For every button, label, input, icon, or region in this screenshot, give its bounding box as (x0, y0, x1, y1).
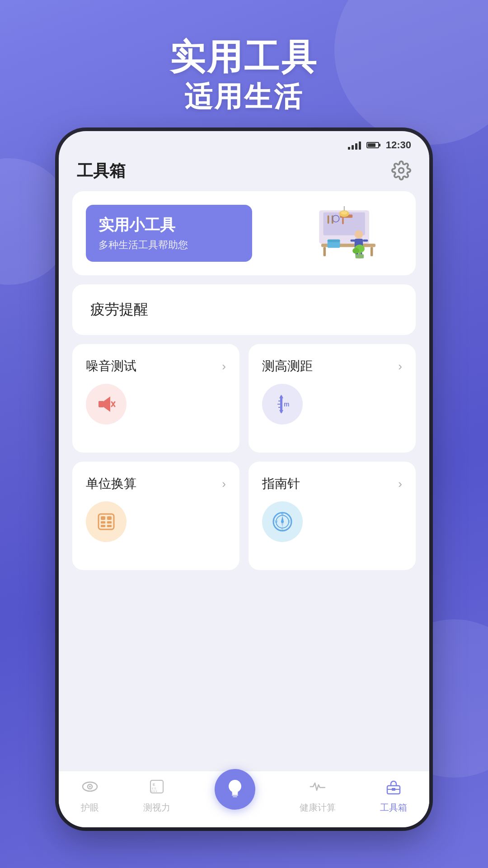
compass-icon-circle: N S E W (262, 501, 303, 542)
unit-convert-icon-circle (86, 501, 127, 542)
svg-text:N: N (281, 512, 283, 515)
settings-button[interactable] (391, 160, 411, 182)
nav-toolbox[interactable]: 工具箱 (380, 778, 407, 814)
svg-point-14 (355, 231, 363, 239)
noise-test-header: 噪音测试 › (86, 358, 226, 375)
nav-health-calc[interactable]: 健康计算 (300, 778, 336, 814)
svg-text:W: W (275, 520, 278, 523)
app-header: 工具箱 (59, 156, 429, 191)
svg-marker-33 (279, 410, 283, 414)
heartbeat-icon (310, 778, 326, 799)
measure-icon: m (271, 393, 294, 415)
svg-rect-26 (356, 254, 364, 258)
compass-arrow: › (398, 477, 402, 491)
nav-eye-care[interactable]: 护眼 (81, 778, 99, 814)
svg-rect-21 (328, 240, 340, 242)
banner-sub-text: 多种生活工具帮助您 (99, 238, 239, 252)
bulb-icon (224, 776, 246, 803)
tools-grid-row1: 噪音测试 › 测高测距 (72, 344, 416, 453)
battery-icon (366, 142, 380, 148)
svg-rect-16 (351, 240, 356, 242)
svg-rect-17 (363, 240, 368, 242)
svg-text:E: E (288, 520, 291, 523)
eye-chart-icon: E E E E E E (149, 778, 165, 799)
nav-eye-care-label: 护眼 (81, 802, 99, 814)
signal-icon (348, 141, 361, 150)
unit-convert-arrow: › (222, 477, 226, 491)
header-title-line2: 适用生活 (170, 79, 318, 115)
svg-rect-42 (107, 521, 112, 524)
nav-vision-test-label: 测视力 (143, 802, 170, 814)
svg-rect-7 (342, 218, 344, 224)
compass-card[interactable]: 指南针 › N S E (249, 462, 416, 570)
tools-grid-row2: 单位换算 › (72, 462, 416, 570)
svg-rect-65 (392, 788, 395, 791)
gear-icon (391, 160, 411, 180)
svg-marker-28 (104, 396, 110, 412)
header-title-line1: 实用工具 (170, 36, 318, 79)
banner-illustration (261, 206, 402, 260)
header-section: 实用工具 适用生活 (170, 36, 318, 115)
banner-main-text: 实用小工具 (99, 215, 239, 235)
nav-vision-test[interactable]: E E E E E E 测视力 (143, 778, 170, 814)
svg-rect-61 (232, 794, 238, 796)
app-title: 工具箱 (77, 160, 126, 182)
content-area: 实用小工具 多种生活工具帮助您 (59, 191, 429, 771)
svg-rect-62 (233, 796, 237, 797)
svg-text:E: E (153, 783, 155, 787)
height-measure-arrow: › (398, 359, 402, 373)
svg-rect-13 (371, 247, 373, 256)
fatigue-card[interactable]: 疲劳提醒 (72, 284, 416, 335)
svg-rect-39 (101, 516, 105, 520)
svg-text:S: S (281, 528, 283, 531)
height-measure-card[interactable]: 测高测距 › m (249, 344, 416, 453)
height-measure-header: 测高测距 › (262, 358, 402, 375)
svg-marker-32 (279, 395, 283, 398)
unit-convert-name: 单位换算 (86, 475, 136, 492)
calculator-icon (95, 510, 117, 533)
unit-convert-header: 单位换算 › (86, 475, 226, 492)
height-measure-icon-circle: m (262, 384, 303, 425)
svg-rect-3 (328, 215, 329, 223)
svg-point-49 (281, 520, 284, 523)
nav-center-button[interactable] (215, 769, 255, 810)
svg-rect-27 (99, 401, 104, 407)
svg-rect-40 (107, 516, 112, 520)
height-measure-name: 测高测距 (262, 358, 313, 375)
nav-toolbox-label: 工具箱 (380, 802, 407, 814)
bottom-nav: 护眼 E E E E E E 测视力 (59, 771, 429, 827)
bg-decoration-top (334, 0, 488, 145)
compass-icon: N S E W (271, 510, 294, 533)
svg-point-24 (352, 248, 359, 254)
svg-rect-41 (101, 521, 105, 524)
svg-rect-12 (324, 247, 326, 256)
noise-test-arrow: › (222, 359, 226, 373)
banner-card[interactable]: 实用小工具 多种生活工具帮助您 (72, 191, 416, 275)
status-bar: 12:30 (59, 131, 429, 156)
noise-test-icon-circle (86, 384, 127, 425)
svg-rect-43 (101, 525, 105, 527)
speaker-icon (95, 393, 117, 415)
toolbox-icon (385, 778, 402, 799)
banner-text-block: 实用小工具 多种生活工具帮助您 (86, 205, 252, 262)
noise-test-name: 噪音测试 (86, 358, 136, 375)
svg-point-10 (341, 211, 347, 214)
svg-text:E E E: E E E (151, 790, 157, 793)
compass-name: 指南针 (262, 475, 300, 492)
nav-health-calc-label: 健康计算 (300, 802, 336, 814)
status-time: 12:30 (386, 139, 411, 151)
eye-icon (82, 778, 98, 799)
phone-frame: 12:30 工具箱 实用小工具 多种生活工具帮助您 (59, 131, 429, 827)
svg-point-56 (89, 786, 91, 788)
svg-rect-44 (107, 525, 112, 527)
svg-point-0 (399, 168, 404, 173)
noise-test-card[interactable]: 噪音测试 › (72, 344, 239, 453)
compass-header: 指南针 › (262, 475, 402, 492)
unit-convert-card[interactable]: 单位换算 › (72, 462, 239, 570)
fatigue-title: 疲劳提醒 (90, 301, 148, 317)
svg-text:m: m (284, 401, 289, 408)
